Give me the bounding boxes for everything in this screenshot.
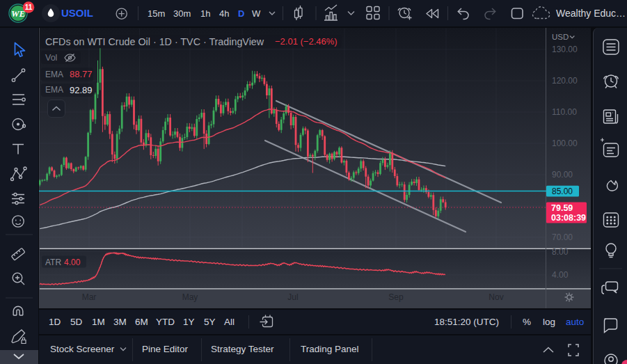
svg-text:ATR: ATR: [45, 258, 61, 267]
svg-text:Wealthy Educ…: Wealthy Educ…: [556, 8, 626, 19]
svg-text:WE: WE: [11, 8, 26, 19]
svg-text:Strategy Tester: Strategy Tester: [211, 344, 274, 354]
svg-text:110.00: 110.00: [552, 107, 577, 117]
svg-text:120.00: 120.00: [552, 76, 578, 86]
svg-text:1D: 1D: [49, 317, 61, 327]
svg-text:W: W: [252, 8, 261, 19]
svg-text:%: %: [523, 317, 531, 327]
svg-text:4h: 4h: [219, 8, 229, 19]
svg-text:4.00: 4.00: [552, 270, 569, 280]
svg-text:USD: USD: [552, 33, 569, 41]
svg-text:auto: auto: [566, 317, 584, 327]
svg-text:Stock Screener: Stock Screener: [50, 344, 115, 354]
svg-text:1h: 1h: [200, 8, 210, 19]
svg-text:Jul: Jul: [287, 292, 298, 302]
svg-text:11: 11: [25, 3, 33, 11]
svg-text:Sep: Sep: [388, 292, 404, 302]
svg-text:1Y: 1Y: [183, 317, 195, 327]
svg-text:Pine Editor: Pine Editor: [142, 344, 189, 354]
svg-text:5Y: 5Y: [204, 317, 216, 327]
svg-text:79.59: 79.59: [551, 203, 573, 213]
svg-text:USOIL: USOIL: [61, 7, 93, 19]
svg-text:log: log: [543, 317, 555, 327]
svg-text:D: D: [238, 8, 244, 19]
svg-text:15m: 15m: [148, 8, 165, 19]
svg-text:Nov: Nov: [489, 292, 503, 302]
svg-text:6M: 6M: [135, 317, 148, 327]
svg-text:All: All: [224, 317, 235, 327]
svg-text:70.00: 70.00: [552, 232, 573, 242]
svg-text:1M: 1M: [92, 317, 105, 327]
svg-text:03:08:39: 03:08:39: [551, 213, 586, 223]
svg-text:100.00: 100.00: [552, 139, 578, 148]
svg-text:May: May: [182, 292, 198, 302]
svg-text:4.00: 4.00: [64, 258, 81, 267]
svg-text:Trading Panel: Trading Panel: [301, 344, 359, 354]
svg-text:130.00: 130.00: [552, 45, 578, 54]
svg-text:3M: 3M: [113, 317, 127, 327]
svg-text:8.00: 8.00: [552, 247, 569, 257]
svg-text:85.00: 85.00: [552, 187, 573, 196]
svg-text:YTD: YTD: [156, 317, 175, 327]
svg-text:18:51:20 (UTC): 18:51:20 (UTC): [434, 317, 499, 327]
svg-text:5D: 5D: [70, 317, 83, 327]
svg-text:90.00: 90.00: [552, 170, 573, 180]
svg-text:30m: 30m: [173, 8, 191, 19]
svg-text:Mar: Mar: [82, 292, 97, 302]
